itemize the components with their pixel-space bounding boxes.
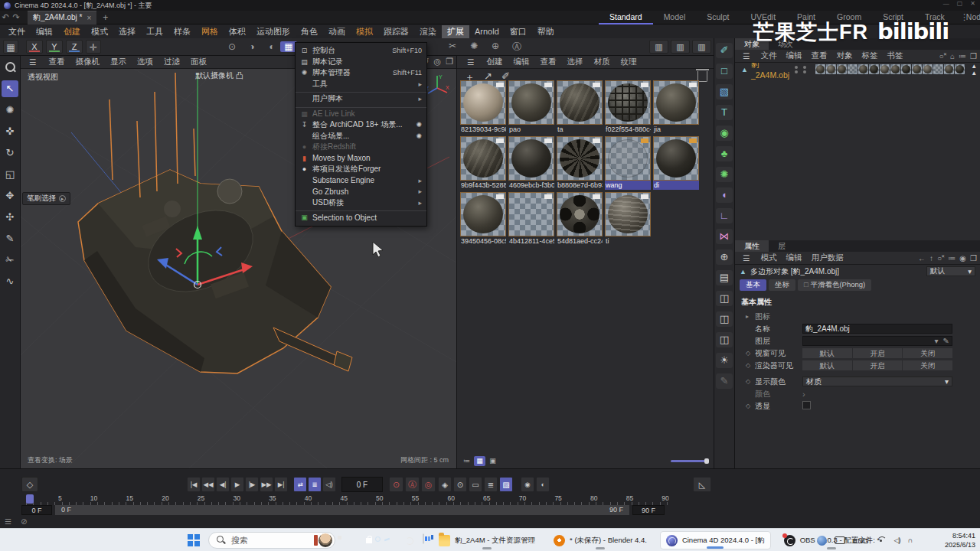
create-object-icon[interactable]: ⋈ [716, 229, 733, 244]
toolbar-icon[interactable]: ✂ [444, 41, 461, 54]
playback-toggle[interactable]: ≣ [308, 477, 322, 492]
material-tag[interactable] [944, 64, 954, 74]
taskbar-window-button[interactable]: Cinema 4D 2024.4.0 - [豹 [660, 531, 771, 549]
render-view-button[interactable]: ▥ [649, 40, 668, 54]
dropdown-menu-item[interactable]: Substance Engine ✺ ▸ [296, 175, 426, 187]
menu-item[interactable]: 创建 [58, 25, 86, 38]
tool-icon[interactable]: ✎ [2, 230, 18, 247]
section-header[interactable]: 基本属性 [735, 292, 980, 311]
dropdown-menu-item[interactable]: USD桥接 ✺ ▸ [296, 197, 426, 209]
material-item[interactable]: pao [508, 80, 554, 134]
material-tag[interactable] [880, 64, 890, 74]
playback-toggle[interactable]: ⇄ [293, 477, 307, 492]
tristate-option[interactable]: 关闭 [903, 360, 952, 370]
visibility-dots[interactable] [795, 66, 798, 73]
pinned-monitor-icon[interactable] [423, 533, 424, 544]
dropdown-menu-item[interactable]: ✺ 脚本管理器 Shift+F11 ✺ ▸ [296, 67, 426, 79]
create-object-icon[interactable]: ⊕ [716, 249, 733, 265]
transport-button[interactable]: ◀| [216, 477, 230, 492]
menu-item[interactable]: 角色 [296, 25, 323, 38]
toolbar-icon[interactable]: Ⓐ [508, 41, 525, 54]
expand-arrow-icon[interactable]: ▸ [746, 313, 755, 320]
transport-button[interactable]: ▶| [274, 477, 288, 492]
material-item[interactable]: 82139034-9c98- [460, 80, 506, 134]
viewport-option-icon[interactable]: ◎ [434, 57, 442, 67]
material-thumbnail[interactable] [557, 136, 603, 181]
create-object-icon[interactable]: ▧ [716, 84, 733, 99]
material-tag[interactable] [815, 64, 825, 74]
material-menu-item[interactable]: 创建 [481, 57, 508, 67]
range-end-field[interactable]: 90 F [632, 505, 665, 515]
redo-icon[interactable]: ↷ [11, 12, 21, 22]
tag-scroll-arrows[interactable]: ▲ ▲ [971, 63, 980, 77]
axis-lock-button[interactable]: X [26, 40, 43, 54]
axis-lock-button[interactable]: Z [66, 40, 83, 54]
search-icon[interactable]: ○˟ [937, 254, 944, 262]
material-item[interactable]: wang [605, 136, 651, 190]
material-thumbnail[interactable] [508, 136, 554, 181]
material-item[interactable]: jia [653, 80, 699, 134]
start-button[interactable] [188, 534, 200, 546]
attribute-tab-chip[interactable]: 平滑着色(Phong) [798, 279, 871, 291]
material-thumbnail[interactable] [605, 192, 651, 236]
material-tag[interactable] [848, 64, 858, 74]
expand-arrow-icon[interactable]: › [802, 390, 805, 399]
viewport-menu-item[interactable]: 选项 [132, 57, 158, 67]
tool-icon[interactable]: ✣ [2, 209, 18, 226]
viewport-option-icon[interactable]: ❐ [446, 57, 453, 67]
menu-item[interactable]: 样条 [168, 25, 196, 38]
dropdown-menu-item[interactable]: 用户脚本 ✺ ▸ [296, 93, 426, 105]
material-tag[interactable] [933, 64, 943, 74]
menu-item[interactable]: 帮助 [532, 25, 560, 38]
create-object-icon[interactable]: ◫ [716, 332, 733, 347]
material-name[interactable]: 4b412811-4ce5- [508, 236, 554, 246]
material-name[interactable]: ta [557, 125, 603, 134]
edit-icon[interactable]: ✎ [943, 337, 949, 345]
tool-icon[interactable]: ↻ [2, 145, 18, 161]
taskbar-window-button[interactable]: 豹_2A4M - 文件资源管理 [433, 531, 541, 549]
create-object-icon[interactable]: T [716, 105, 733, 120]
material-item[interactable]: di [653, 136, 699, 190]
menu-item[interactable]: 网格 [196, 25, 224, 38]
search-highlight-avatar[interactable] [318, 533, 332, 547]
tool-icon[interactable]: ✥ [2, 187, 18, 204]
record-button[interactable]: ◎ [421, 477, 436, 492]
wifi-icon[interactable] [877, 536, 887, 544]
keyframe-tool[interactable]: ▭ [469, 477, 482, 492]
material-thumbnail[interactable] [460, 192, 506, 236]
hamburger-icon[interactable]: ☰ [24, 57, 41, 67]
playback-toggle[interactable]: ◁) [322, 477, 336, 492]
menu-item[interactable]: 文件 [3, 25, 31, 38]
keyframe-dot-icon[interactable]: ◇ [746, 378, 755, 385]
transport-button[interactable]: ▶▶ [260, 477, 273, 492]
tab-close-icon[interactable]: × [87, 14, 91, 22]
render-view-button[interactable]: ▥ [671, 40, 690, 54]
view-mode-icon[interactable]: ≔ [461, 456, 472, 466]
viewport-menu-item[interactable]: 查看 [43, 57, 70, 67]
view-mode-icon[interactable]: ▦ [474, 456, 485, 466]
tristate-option[interactable]: 默认 [802, 348, 852, 358]
display-color-dropdown[interactable]: 材质▾ [802, 377, 952, 386]
create-object-icon[interactable]: ◫ [716, 311, 733, 327]
material-tag[interactable] [923, 64, 933, 74]
hamburger-icon[interactable]: ☰ [738, 253, 754, 262]
tool-icon[interactable]: ✁ [2, 252, 18, 269]
create-object-icon[interactable]: ✐ [716, 43, 733, 58]
dropdown-menu-item[interactable]: ▦ AE Live Link ✺ ▸ [296, 109, 426, 120]
popout-icon[interactable]: ❐ [970, 254, 977, 262]
fcurve-editor-button[interactable]: ◺ [693, 477, 711, 492]
transport-button[interactable]: ▶ [230, 477, 244, 492]
range-start-field[interactable]: 0 F [21, 505, 52, 515]
material-menu-item[interactable]: 编辑 [508, 57, 534, 67]
status-icon[interactable]: ☰ [5, 517, 11, 526]
viewport-menu-item[interactable]: 过滤 [158, 57, 185, 67]
material-thumbnail[interactable] [605, 80, 651, 125]
render-view-button[interactable]: ▥ [692, 40, 711, 54]
language-indicator[interactable]: ENG [853, 536, 869, 545]
dropdown-menu-item[interactable]: ▣ Selection to Object ✺ ▸ [296, 212, 426, 223]
record-button[interactable]: Ⓐ [405, 477, 420, 492]
material-tag[interactable] [901, 64, 911, 74]
attribute-tab-chip[interactable]: 坐标 [769, 279, 795, 291]
create-object-icon[interactable]: ∟ [716, 208, 733, 223]
home-icon[interactable]: ⌂ [950, 52, 955, 60]
